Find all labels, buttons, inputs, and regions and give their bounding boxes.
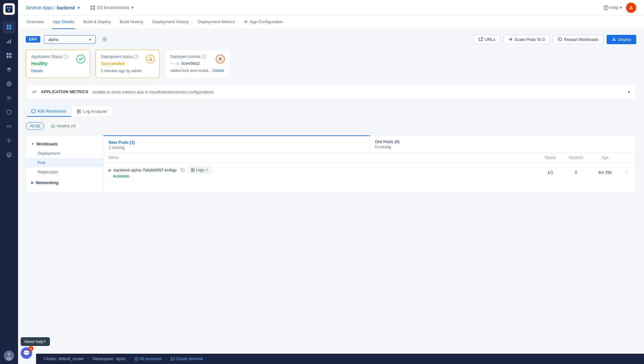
tree-networking-header[interactable]: ▶ Networking xyxy=(26,178,103,187)
svg-rect-8 xyxy=(7,42,8,44)
svg-line-19 xyxy=(9,125,9,128)
metrics-message: Unable to show metrics due to insufficie… xyxy=(92,90,214,94)
svg-marker-21 xyxy=(7,152,11,155)
discord-badge: 1 xyxy=(28,346,33,351)
tab-overview[interactable]: Overview xyxy=(26,15,44,29)
env-gear-button[interactable] xyxy=(99,34,110,44)
tab-build-deploy[interactable]: Build & Deploy xyxy=(83,15,111,29)
svg-rect-6 xyxy=(7,27,9,29)
tab-k8s-resources[interactable]: K8s Resources xyxy=(26,106,71,117)
sidebar-icon-shield[interactable] xyxy=(3,106,15,119)
tab-deployment-history[interactable]: Deployment History xyxy=(152,15,189,29)
commit-hash: 5cee56a2 xyxy=(181,61,200,66)
k8s-tabs: K8s Resources Log Analyzer xyxy=(26,106,113,117)
tab-app-configuration[interactable]: App Configuration xyxy=(243,15,284,29)
commit-info-icon[interactable]: ? xyxy=(202,54,206,59)
user-avatar-sidebar[interactable] xyxy=(4,350,14,361)
sidebar-icon-chart[interactable] xyxy=(3,35,15,48)
breadcrumb-org[interactable]: Devtron Apps xyxy=(26,5,53,10)
sidebar-icon-apps[interactable] xyxy=(3,49,15,62)
pod-logs-button[interactable]: Logs xyxy=(188,167,212,173)
tab-build-history[interactable]: Build History xyxy=(119,15,144,29)
svg-point-41 xyxy=(51,124,55,128)
svg-rect-12 xyxy=(9,53,12,55)
svg-rect-28 xyxy=(93,8,95,10)
svg-point-23 xyxy=(7,353,11,356)
log-analyzer-label: Log Analyzer xyxy=(83,109,107,114)
sidebar-icon-global[interactable] xyxy=(3,77,15,90)
discord-button[interactable]: 💬 1 xyxy=(21,347,32,359)
urls-button-label: URLs xyxy=(485,37,496,42)
env-dropdown[interactable]: alpha ▾ xyxy=(44,35,96,44)
restart-workloads-button[interactable]: Restart Workloads xyxy=(553,35,603,44)
filter-all[interactable]: All (6) xyxy=(26,122,44,130)
scale-pods-button[interactable]: Scale Pods To 0 xyxy=(503,35,550,44)
user-avatar-top[interactable]: A xyxy=(626,3,636,13)
env-label: ENV xyxy=(26,36,40,43)
filter-healthy[interactable]: Healthy (4) xyxy=(47,122,80,130)
svg-point-32 xyxy=(104,38,106,40)
new-pods-title: New Pods (1) xyxy=(109,140,365,145)
pods-columns: New Pods (1) 1 running Old Pods (0) 0 ru… xyxy=(103,135,636,153)
all-resources-link[interactable]: All resources xyxy=(134,357,162,361)
cluster-terminal-link[interactable]: Cluster terminal xyxy=(171,357,203,361)
bottom-sep1: | xyxy=(88,357,89,361)
svg-rect-11 xyxy=(6,53,9,55)
col-header-ready: Ready xyxy=(537,155,563,160)
col-header-age: Age xyxy=(589,155,621,160)
commit-details-link[interactable]: Details xyxy=(213,68,224,73)
sidebar-icon-layers[interactable] xyxy=(3,148,15,161)
help-button[interactable]: Help ▾ xyxy=(603,5,622,10)
deploy-button-label: Deploy xyxy=(618,37,631,42)
breadcrumb-app[interactable]: backend xyxy=(57,5,75,10)
app-status-info-icon[interactable]: ? xyxy=(63,54,68,59)
pod-logs-label: Logs xyxy=(196,168,204,172)
deploy-button[interactable]: Deploy xyxy=(607,35,636,44)
nav-right: Help ▾ A xyxy=(603,3,636,13)
deployed-commit-card: Deployed commit ? — ◎ 5cee56a2 added loc… xyxy=(165,50,230,78)
svg-point-20 xyxy=(8,140,10,142)
scale-pods-button-label: Scale Pods To 0 xyxy=(515,37,545,42)
environments-count: 3/3 Environments xyxy=(97,5,129,10)
sidebar-icon-gear[interactable] xyxy=(3,92,15,104)
tab-deployment-metrics[interactable]: Deployment Metrics xyxy=(197,15,235,29)
app-status-details-link[interactable]: Details xyxy=(31,69,85,73)
sidebar-icon-home[interactable] xyxy=(3,21,15,34)
pod-name-row: ▶ backend-alpha-7b6dbf8f97-tm6qp Logs xyxy=(109,166,537,174)
svg-rect-26 xyxy=(93,6,95,7)
tab-app-config-label: App Configuration xyxy=(250,19,283,24)
svg-rect-14 xyxy=(9,56,12,58)
col-header-name: Name xyxy=(109,155,537,160)
tree-networking-label: Networking xyxy=(36,180,59,185)
pod-more-options-button[interactable]: ⋮ xyxy=(621,170,631,175)
urls-button[interactable]: URLs xyxy=(474,35,500,44)
dep-status-icon xyxy=(146,54,155,64)
svg-rect-10 xyxy=(10,39,11,44)
namespace-label: Namespace: xyxy=(93,357,114,361)
tree-workloads-header[interactable]: ▼ Workloads xyxy=(26,139,103,149)
tree-item-deployment[interactable]: Deployment xyxy=(26,149,103,158)
help-arrow-icon: ▾ xyxy=(620,5,622,10)
breadcrumb-arrow-icon[interactable]: ▾ xyxy=(78,5,80,10)
dep-status-info-icon[interactable]: ? xyxy=(134,54,138,59)
environments-selector[interactable]: 3/3 Environments ▾ xyxy=(90,5,134,10)
sidebar-icon-stack[interactable] xyxy=(3,63,15,76)
svg-rect-7 xyxy=(9,27,11,29)
svg-rect-5 xyxy=(9,25,11,27)
tab-app-details[interactable]: App Details xyxy=(52,15,75,29)
svg-rect-25 xyxy=(91,6,92,7)
tab-nav: Overview App Details Build & Deploy Buil… xyxy=(18,15,644,29)
cluster-value: default_cluster xyxy=(59,357,84,361)
tree-item-replicaset[interactable]: ReplicaSet xyxy=(26,167,103,177)
metrics-expand-button[interactable]: ▾ xyxy=(628,90,630,94)
sidebar-icon-code[interactable] xyxy=(3,120,15,133)
cluster-label: Cluster: xyxy=(44,357,57,361)
pod-copy-button[interactable] xyxy=(178,166,186,174)
sidebar-icon-settings2[interactable] xyxy=(3,134,15,147)
svg-rect-42 xyxy=(182,169,184,172)
old-pods-title: Old Pods (0) xyxy=(375,139,631,144)
pod-expand-icon[interactable]: ▶ xyxy=(109,168,112,172)
tab-log-analyzer[interactable]: Log Analyzer xyxy=(71,106,112,117)
app-logo[interactable] xyxy=(3,3,15,15)
tree-item-pod[interactable]: Pod xyxy=(26,158,103,167)
